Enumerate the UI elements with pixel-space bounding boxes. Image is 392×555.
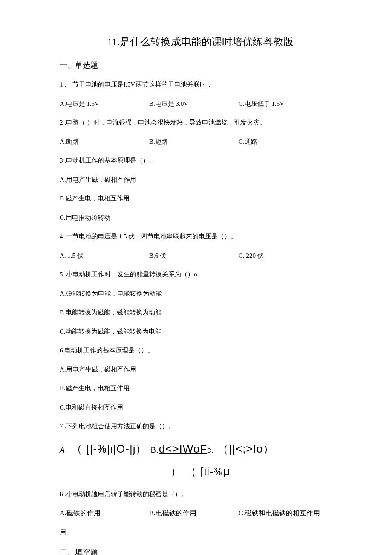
q2-opt-c: C.通路 <box>239 137 257 147</box>
q7-stem: 7 .下列电池组合使用方法正确的是（）。 <box>60 421 341 431</box>
q3-opt-a: A.用电产生磁，磁相互作用 <box>60 175 341 185</box>
q1-opt-a: A.电压是 1.5V <box>60 99 149 109</box>
q1-options: A.电压是 1.5V B.电压是 3.0V C.电压低于 1.5V <box>60 99 341 109</box>
q8-opt-tail: 用 <box>60 528 341 538</box>
q7-special-line: A. （ [|-⅜|ι|O-|j） B.d<>IWoFc. （||<;>Io） <box>60 441 341 457</box>
q2-opt-b: B.短路 <box>149 137 239 147</box>
q3-opt-b: B.磁产生电，电相互作用 <box>60 194 341 203</box>
q4-opt-b: B.6 伏 <box>149 251 239 261</box>
q6-stem: 6.电动机工作的基本原理是（）。 <box>60 346 341 355</box>
q4-opt-a: A. 1.5 伏 <box>60 251 149 261</box>
q5-opt-b: B.电能转换为磁能，磁能转换为动能 <box>60 308 341 317</box>
q6-opt-a: A.用电产生磁，磁相互作用 <box>60 365 341 375</box>
section-2-heading: 二、填空题 <box>60 547 341 555</box>
q7-prefix-c: c. <box>207 446 214 454</box>
q7-special-a: （ [|-⅜|ι|O-|j） <box>71 442 150 455</box>
q6-opt-b: B.磁产生电，电相互作用 <box>60 384 341 393</box>
q1-opt-b: B.电压是 3.0V <box>149 99 239 109</box>
page-title: 11.是什么转换成电能的课时培优练粤教版 <box>60 34 341 49</box>
q1-opt-c: C.电压低于 1.5V <box>239 99 284 109</box>
q3-opt-c: C.用电推动磁转动 <box>60 213 341 223</box>
q7-prefix-b: B. <box>151 446 159 454</box>
section-1-heading: 一、单选题 <box>60 60 341 71</box>
q8-opt-b: B.电磁铁的作用 <box>149 508 239 518</box>
q5-opt-c: C.动能转换为磁能，磁能转换为电能 <box>60 327 341 337</box>
q7-special-b: d<>IWoF <box>159 442 207 455</box>
q5-opt-a: A.磁能转换为电能，电能转换为动能 <box>60 289 341 299</box>
q8-opt-c: C.磁铁和电磁铁的相互作用 <box>239 508 320 518</box>
q2-options: A.断路 B.短路 C.通路 <box>60 137 341 147</box>
q5-stem: 5 .小电动机工作时，发生的能量转换关系为（）o <box>60 270 341 279</box>
q6-opt-c: C.电和磁直接相互作用 <box>60 403 341 413</box>
q2-stem: 2 .电路（ ）时，电流很强，电池会很快发热，导致电池燃烧，引发火灾。 <box>60 118 341 128</box>
q7-prefix-a: A. <box>60 446 68 454</box>
q7-special-c: （||<;>Io） <box>217 442 274 455</box>
q8-options-row: A.磁铁的作用 B.电磁铁的作用 C.磁铁和电磁铁的相互作用 <box>60 508 341 518</box>
q2-opt-a: A.断路 <box>60 137 149 147</box>
q1-stem: 1 .一节干电池的电压是I.5V,两节这样的干电池并联时， <box>60 80 341 90</box>
q7-special-sub: ） （ [ιi-⅜μ <box>60 463 341 480</box>
q8-stem: 8 .小电动机通电后转子能转动的秘密是（）。 <box>60 489 341 499</box>
q3-stem: 3 .电动机工作的基本原理是（）。 <box>60 156 341 166</box>
q8-opt-a: A.磁铁的作用 <box>60 508 149 518</box>
q4-stem: 4 .一节电池的电压是 1.5 伏，四节电池串联起来的电压是（）。 <box>60 232 341 241</box>
q4-opt-c: C. 220 伏 <box>239 251 264 261</box>
q4-options: A. 1.5 伏 B.6 伏 C. 220 伏 <box>60 251 341 261</box>
